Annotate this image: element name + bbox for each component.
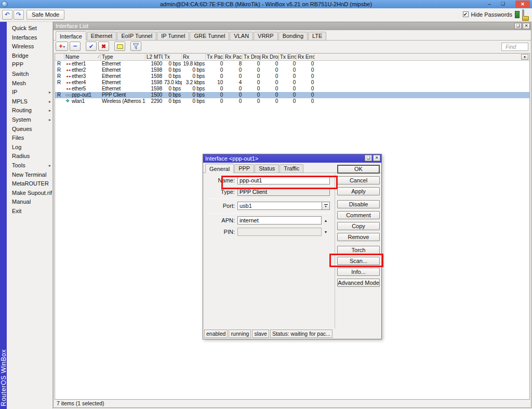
hide-passwords-checkbox[interactable]: ✔	[463, 11, 469, 17]
remove-interface-button[interactable]: −	[70, 42, 81, 51]
restore-button[interactable]: ❏	[499, 0, 507, 8]
sidebar-item[interactable]: Mesh ▸	[7, 79, 52, 88]
dialog-button[interactable]: Copy	[337, 222, 380, 230]
dialog-restore-button[interactable]: ❏	[365, 155, 372, 161]
add-interface-button[interactable]: + ▾	[56, 42, 68, 51]
table-row[interactable]: R ether1 Ethernet 1600 0 bps 19.8 kbps 0…	[55, 61, 529, 67]
sidebar-item[interactable]: Log ▸	[7, 143, 52, 152]
dialog-titlebar[interactable]: Interface <ppp-out1> ❏ ✕	[203, 154, 381, 163]
minimize-button[interactable]: –	[485, 0, 494, 8]
column-header[interactable]: Rx Pac...	[224, 54, 243, 60]
interface-list-tab[interactable]: Interface	[56, 31, 86, 41]
interface-list-tab[interactable]: EoIP Tunnel	[117, 32, 156, 40]
dialog-close-button[interactable]: ✕	[373, 155, 380, 161]
sidebar-item[interactable]: PPP ▸	[7, 60, 52, 70]
column-header[interactable]: Tx Drops	[243, 54, 261, 60]
apn-input[interactable]	[237, 216, 322, 225]
name-input[interactable]	[237, 176, 330, 184]
cell-rx-errors: 0	[297, 98, 315, 104]
sidebar-item[interactable]: Interfaces ▸	[7, 33, 52, 43]
winbox-logo-icon	[2, 1, 8, 7]
column-header[interactable]: Type	[101, 54, 145, 60]
interface-list-tab[interactable]: Ethernet	[87, 32, 117, 40]
interface-list-tab[interactable]: VLAN	[230, 32, 253, 40]
filter-button[interactable]	[130, 42, 141, 51]
table-row[interactable]: R ether3 Ethernet 1598 0 bps 0 bps 0 0 0…	[55, 73, 529, 80]
collapse-arrow-icon[interactable]: ▲	[322, 219, 330, 222]
port-dropdown[interactable]: usb1 ▼	[237, 202, 330, 210]
sidebar-item[interactable]: Files ▸	[7, 134, 52, 143]
interface-list-tab[interactable]: IP Tunnel	[157, 32, 189, 40]
table-row[interactable]: wlan1 Wireless (Atheros 11N) 2290 0 bps …	[55, 98, 529, 104]
cell-tx-packets: 0	[206, 67, 224, 73]
cell-flag: R	[55, 61, 64, 67]
sidebar-item[interactable]: Bridge ▸	[7, 51, 52, 61]
find-input[interactable]: Find	[501, 43, 528, 51]
sidebar-item[interactable]: Make Supout.rif ▸	[7, 189, 52, 198]
dialog-button[interactable]: Advanced Mode	[337, 279, 380, 287]
column-header[interactable]: Name	[64, 54, 101, 60]
dialog-button[interactable]: Scan...	[337, 257, 380, 265]
interface-list-tab[interactable]: VRRP	[254, 32, 278, 40]
column-header[interactable]: Rx	[182, 54, 206, 60]
interface-list-tab[interactable]: LTE	[308, 32, 326, 40]
sidebar-item[interactable]: IP ▸	[7, 88, 52, 97]
sidebar-item[interactable]: MPLS ▸	[7, 97, 52, 107]
column-header[interactable]: Rx Errors	[297, 54, 315, 60]
column-header[interactable]: Tx Pac...	[206, 54, 224, 60]
dialog-button[interactable]: Cancel	[337, 176, 380, 184]
dialog-button[interactable]: OK	[337, 165, 380, 174]
undo-button[interactable]: ↶	[2, 10, 12, 20]
table-row[interactable]: R ether4 Ethernet 1598 73.0 kbps 3.2 kbp…	[55, 80, 529, 86]
redo-button[interactable]: ↷	[14, 10, 24, 20]
column-header[interactable]: L2 MTU	[145, 54, 163, 60]
sidebar-item[interactable]: Queues ▸	[7, 125, 52, 134]
sidebar-item[interactable]: MetaROUTER ▸	[7, 179, 52, 189]
dialog-button[interactable]: Comment	[337, 211, 380, 219]
dialog-button[interactable]: Info...	[337, 268, 380, 276]
cell-rx-packets: 0	[224, 73, 243, 80]
sidebar-item[interactable]: Manual ▸	[7, 197, 52, 207]
column-header[interactable]	[55, 54, 64, 60]
expand-arrow-icon[interactable]: ▼	[322, 230, 330, 234]
comment-button[interactable]	[114, 42, 125, 51]
sidebar-item[interactable]: Routing ▸	[7, 106, 52, 115]
table-row[interactable]: ether5 Ethernet 1598 0 bps 0 bps 0 0 0 0…	[55, 86, 529, 92]
dialog-tab[interactable]: Traffic	[280, 164, 303, 173]
table-row[interactable]: R ppp-out1 PPP Client 1500 0 bps 0 bps 0…	[55, 92, 529, 98]
dialog-tab[interactable]: Status	[255, 164, 279, 173]
interface-list-tab[interactable]: GRE Tunnel	[190, 32, 229, 40]
dialog-button[interactable]: Apply	[337, 187, 380, 195]
column-header[interactable]: Tx	[163, 54, 182, 60]
sidebar-item[interactable]: Switch ▸	[7, 70, 52, 79]
dialog-button[interactable]: Remove	[337, 233, 380, 241]
interface-list-titlebar[interactable]: Interface List ❏ ✕	[54, 22, 531, 30]
sidebar-item[interactable]: Tools ▸	[7, 161, 52, 170]
sidebar-item[interactable]: Quick Set ▸	[7, 24, 52, 33]
dialog-tab[interactable]: PPP	[234, 164, 254, 173]
window-restore-button[interactable]: ❏	[514, 23, 522, 29]
dialog-button[interactable]: Torch	[337, 246, 380, 254]
pin-input[interactable]	[237, 228, 322, 236]
cell-rx-errors: 0	[297, 61, 315, 67]
sidebar-item[interactable]: Exit ▸	[7, 207, 52, 216]
column-header[interactable]: Rx Drops	[261, 54, 279, 60]
dialog-tab[interactable]: General	[205, 164, 234, 173]
sidebar-item[interactable]: System ▸	[7, 115, 52, 125]
wlan-icon	[65, 98, 72, 104]
disable-button[interactable]: ✖	[98, 42, 109, 51]
table-row[interactable]: R ether2 Ethernet 1598 0 bps 0 bps 0 0 0…	[55, 67, 529, 73]
enable-button[interactable]: ✔	[86, 42, 97, 51]
column-header[interactable]: Tx Errors	[279, 54, 297, 60]
sidebar-item[interactable]: Wireless ▸	[7, 42, 52, 51]
column-menu-button[interactable]: ▼	[521, 54, 528, 60]
safe-mode-button[interactable]: Safe Mode	[26, 10, 64, 20]
sidebar-item[interactable]: New Terminal ▸	[7, 170, 52, 180]
interface-list-tab[interactable]: Bonding	[278, 32, 308, 40]
cell-rx: 3.2 kbps	[182, 80, 206, 86]
close-button[interactable]: ✕	[515, 1, 530, 8]
sidebar-item[interactable]: Radius ▸	[7, 152, 52, 161]
window-close-button[interactable]: ✕	[523, 23, 530, 29]
dialog-button[interactable]: Disable	[337, 200, 380, 208]
port-dropdown-button[interactable]: ▼	[322, 202, 329, 209]
